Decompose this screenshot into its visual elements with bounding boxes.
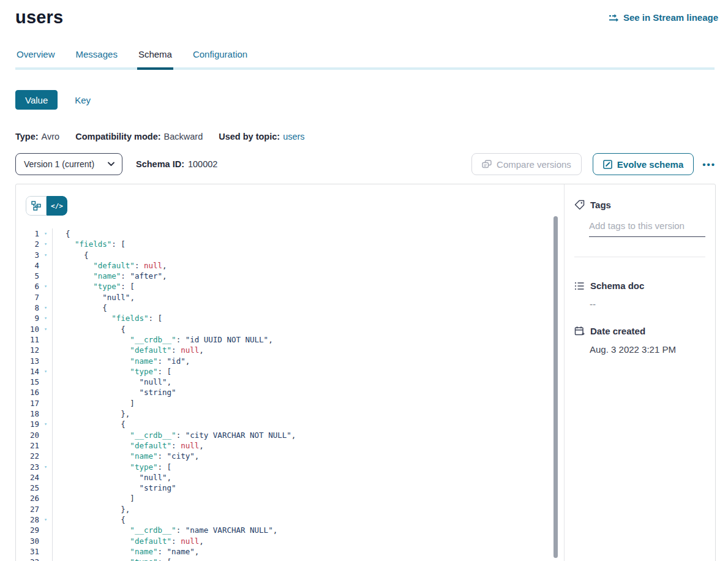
more-options-button[interactable]: ••• <box>702 159 716 170</box>
code-line-text: "__crdb__": "city VARCHAR NOT NULL", <box>53 430 296 440</box>
value-key-toggle: Value Key <box>15 90 728 110</box>
key-tab-button[interactable]: Key <box>75 95 91 105</box>
code-line: 16 "string" <box>16 387 564 397</box>
code-line: 9▾ "fields": [ <box>16 313 564 323</box>
code-line: 20 "__crdb__": "city VARCHAR NOT NULL", <box>16 430 564 440</box>
tab-schema[interactable]: Schema <box>137 49 173 67</box>
line-number: 21 <box>16 440 39 451</box>
code-line-text: "default": null, <box>53 260 167 271</box>
fold-toggle-icon[interactable]: ▾ <box>39 557 52 561</box>
used-by-topic-link[interactable]: users <box>283 132 304 141</box>
code-line: 11 "__crdb__": "id UUID NOT NULL", <box>16 334 564 345</box>
fold-toggle-icon[interactable]: ▾ <box>39 366 52 377</box>
fold-spacer <box>39 409 52 419</box>
fold-spacer <box>39 260 52 271</box>
compare-versions-button[interactable]: Compare versions <box>471 153 582 175</box>
fold-toggle-icon[interactable]: ▾ <box>39 462 52 472</box>
line-number: 5 <box>16 271 39 281</box>
tags-section-heading: Tags <box>574 200 705 210</box>
code-line-text: { <box>53 419 126 429</box>
schema-doc-value: -- <box>590 299 705 309</box>
calendar-icon <box>574 326 585 336</box>
stream-lineage-link[interactable]: See in Stream lineage <box>609 12 718 23</box>
code-line: 26 ] <box>16 493 564 503</box>
fold-toggle-icon[interactable]: ▾ <box>39 239 52 249</box>
code-line: 24 "null", <box>16 472 564 483</box>
vertical-scrollbar[interactable] <box>554 216 558 558</box>
code-line-text: "default": null, <box>53 440 204 451</box>
code-line: 6▾ "type": [ <box>16 281 564 292</box>
schema-id-value: 100002 <box>188 159 217 169</box>
fold-toggle-icon[interactable]: ▾ <box>39 228 52 239</box>
code-line-text: { <box>53 303 107 313</box>
code-line-text: "default": null, <box>53 345 204 355</box>
line-number: 14 <box>16 366 39 377</box>
code-line: 15 "null", <box>16 377 564 387</box>
line-number: 9 <box>16 313 39 323</box>
evolve-schema-label: Evolve schema <box>617 159 683 170</box>
fold-toggle-icon[interactable]: ▾ <box>39 313 52 323</box>
code-line-text: { <box>53 250 89 260</box>
fold-toggle-icon[interactable]: ▾ <box>39 303 52 313</box>
fold-toggle-icon[interactable]: ▾ <box>39 514 52 525</box>
fold-toggle-icon[interactable]: ▾ <box>39 250 52 260</box>
code-line-text: "fields": [ <box>53 239 126 249</box>
version-select[interactable]: Version 1 (current) <box>15 153 122 175</box>
code-lines: 1▾{2▾ "fields": [3▾ {4 "default": null,5… <box>16 228 564 561</box>
fold-spacer <box>39 472 52 483</box>
fold-spacer <box>39 430 52 440</box>
line-number: 31 <box>16 546 39 557</box>
line-number: 28 <box>16 514 39 525</box>
code-line: 18 }, <box>16 409 564 419</box>
version-bar: Version 1 (current) Schema ID: 100002 Co… <box>15 153 716 175</box>
code-line-text: "fields": [ <box>53 313 162 323</box>
line-number: 11 <box>16 334 39 345</box>
line-number: 12 <box>16 345 39 355</box>
code-line: 10▾ { <box>16 324 564 334</box>
schema-page: users See in Stream lineage Overview Mes… <box>0 0 728 561</box>
code-line-text: ] <box>53 493 135 503</box>
tab-messages[interactable]: Messages <box>75 49 119 67</box>
evolve-schema-icon <box>603 160 612 169</box>
code-line-text: "name": "name", <box>53 546 199 557</box>
fold-spacer <box>39 536 52 546</box>
evolve-schema-button[interactable]: Evolve schema <box>593 153 694 175</box>
tab-bar: Overview Messages Schema Configuration <box>15 49 715 70</box>
code-line: 21 "default": null, <box>16 440 564 451</box>
code-line: 3▾ { <box>16 250 564 260</box>
fold-toggle-icon[interactable]: ▾ <box>39 419 52 429</box>
tree-view-button[interactable] <box>26 196 47 216</box>
code-line: 2▾ "fields": [ <box>16 239 564 249</box>
compare-versions-label: Compare versions <box>497 159 571 170</box>
version-select-value[interactable]: Version 1 (current) <box>15 153 122 175</box>
code-line-text: "name": "after", <box>53 271 167 281</box>
code-line-text: "type": [ <box>53 366 171 377</box>
code-line-text: "null", <box>53 292 135 303</box>
line-number: 27 <box>16 504 39 514</box>
code-line: 27 }, <box>16 504 564 514</box>
code-line-text: "type": [ <box>53 557 171 561</box>
add-tags-input[interactable] <box>589 220 705 237</box>
fold-spacer <box>39 271 52 281</box>
value-tab-button[interactable]: Value <box>15 90 58 110</box>
fold-toggle-icon[interactable]: ▾ <box>39 324 52 334</box>
line-number: 16 <box>16 387 39 397</box>
tab-overview[interactable]: Overview <box>15 49 56 67</box>
fold-toggle-icon[interactable]: ▾ <box>39 281 52 292</box>
schema-id-label: Schema ID: <box>136 159 184 169</box>
code-view-button[interactable]: </> <box>47 196 67 216</box>
sidebar-divider <box>574 257 705 257</box>
tags-heading-label: Tags <box>590 200 611 210</box>
code-line-text: "string" <box>53 483 176 493</box>
schema-doc-section-heading: Schema doc <box>574 280 705 291</box>
compare-versions-icon <box>482 160 492 168</box>
schema-code-area: </> 1▾{2▾ "fields": [3▾ {4 "default": nu… <box>16 184 564 561</box>
code-line-text: "null", <box>53 472 171 483</box>
code-line: 25 "string" <box>16 483 564 493</box>
code-line-text: "__crdb__": "name VARCHAR NULL", <box>53 525 277 535</box>
tab-configuration[interactable]: Configuration <box>192 49 249 67</box>
code-line: 29 "__crdb__": "name VARCHAR NULL", <box>16 525 564 535</box>
fold-spacer <box>39 525 52 535</box>
code-line-text: "default": null, <box>53 536 204 546</box>
code-line: 30 "default": null, <box>16 536 564 546</box>
